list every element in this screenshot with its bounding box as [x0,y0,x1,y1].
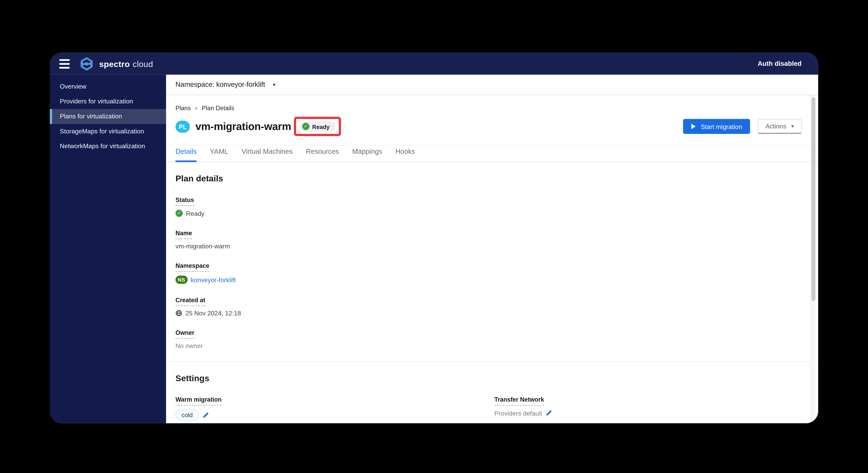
field-status: Status ✓ Ready [176,194,818,217]
pencil-icon [546,409,553,417]
field-label-owner: Owner [176,329,194,339]
tab-bar: Details YAML Virtual Machines Resources … [166,145,818,162]
tab-mappings[interactable]: Mappings [352,148,382,162]
status-badge-label: Ready [312,123,330,130]
breadcrumb-plans[interactable]: Plans [176,104,191,111]
tab-virtual-machines[interactable]: Virtual Machines [242,148,292,162]
field-label-status: Status [176,196,194,206]
main-content: Namespace: konveyor-forklift ▾ Plans › P… [166,74,818,423]
edit-transfer-network-button[interactable] [546,409,553,417]
status-value: Ready [186,210,205,217]
field-created-at: Created at 25 Nov 2024, 12:18 [176,294,818,317]
tab-hooks[interactable]: Hooks [396,148,415,162]
namespace-link[interactable]: konveyor-forklift [191,276,236,283]
sidebar: Overview Providers for virtualization Pl… [50,74,166,423]
status-badge: ✓ Ready [300,121,335,132]
topbar: spectro cloud Auth disabled [50,53,818,75]
tab-resources[interactable]: Resources [306,148,339,162]
section-divider [166,361,818,362]
vertical-scrollbar[interactable] [810,95,815,423]
page-content: Plans › Plan Details PL vm-migration-war… [166,95,818,423]
settings-grid: Warm migration cold Target namespace kon… [176,383,818,423]
brand-wordmark: spectro cloud [99,59,153,68]
annotation-highlight-box: ✓ Ready [294,117,341,136]
field-value-namespace: NS konveyor-forklift [176,276,818,284]
breadcrumb: Plans › Plan Details [176,104,818,112]
settings-heading: Settings [176,373,818,383]
edit-warm-migration-button[interactable] [202,411,209,419]
globe-icon [176,310,182,316]
check-circle-icon: ✓ [176,210,183,217]
namespace-selector-label: Namespace: konveyor-forklift [176,81,265,89]
field-value-name: vm-migration-warm [176,243,818,249]
page-header: PL vm-migration-warm ✓ Ready Start migra… [176,117,802,136]
auth-status-label: Auth disabled [757,60,802,68]
sidebar-item-networkmaps[interactable]: NetworkMaps for virtualization [50,139,166,154]
field-label-name: Name [176,230,192,239]
tab-yaml[interactable]: YAML [210,148,228,162]
scrollbar-thumb[interactable] [812,97,815,301]
start-migration-label: Start migration [701,123,742,130]
sidebar-item-overview[interactable]: Overview [50,79,166,94]
field-label-warm-migration: Warm migration [176,396,222,406]
warm-migration-chip: cold [176,409,199,420]
plan-details-heading: Plan details [176,174,818,184]
field-value-transfer-network: Providers default [494,409,818,417]
namespace-selector[interactable]: Namespace: konveyor-forklift ▾ [166,74,818,95]
brand-secondary: cloud [133,59,153,68]
hamburger-menu-button[interactable] [58,57,71,71]
spectro-cloud-logo-icon [79,56,94,71]
actions-label: Actions [765,123,786,129]
field-owner: Owner No owner [176,327,818,349]
hamburger-bar [59,67,70,68]
field-label-namespace: Namespace [176,262,209,272]
field-value-created-at: 25 Nov 2024, 12:18 [176,310,818,316]
play-icon [691,123,696,129]
field-transfer-network: Transfer Network Providers default [494,394,818,420]
created-at-value: 25 Nov 2024, 12:18 [185,310,241,316]
app-window: spectro cloud Auth disabled Overview Pro… [50,53,818,423]
brand-primary: spectro [99,59,130,68]
tab-details[interactable]: Details [176,148,197,162]
check-circle-icon: ✓ [302,123,309,130]
owner-value: No owner [176,342,203,349]
field-warm-migration: Warm migration cold [176,394,494,420]
field-value-owner: No owner [176,342,818,349]
actions-button[interactable]: Actions ▾ [758,119,802,134]
chevron-right-icon: › [195,104,197,112]
namespace-badge: NS [176,276,187,284]
sidebar-item-plans[interactable]: Plans for virtualization [50,109,166,124]
caret-down-icon: ▾ [792,123,794,129]
screen: spectro cloud Auth disabled Overview Pro… [0,0,868,473]
field-label-created-at: Created at [176,296,205,306]
sidebar-item-storagemaps[interactable]: StorageMaps for virtualization [50,124,166,139]
caret-down-icon: ▾ [273,82,276,87]
field-label-transfer-network: Transfer Network [494,396,544,406]
plan-type-badge: PL [176,120,190,133]
sidebar-item-providers[interactable]: Providers for virtualization [50,94,166,109]
hamburger-bar [59,59,70,61]
page-title: vm-migration-warm [195,120,291,133]
field-name: Name vm-migration-warm [176,227,818,250]
breadcrumb-plan-details: Plan Details [202,104,234,111]
transfer-network-value: Providers default [494,410,542,416]
field-value-status: ✓ Ready [176,210,818,217]
pencil-icon [202,411,209,419]
start-migration-button[interactable]: Start migration [683,119,750,134]
field-namespace: Namespace NS konveyor-forklift [176,260,818,284]
hamburger-bar [59,63,70,64]
field-value-warm-migration: cold [176,409,494,420]
name-value: vm-migration-warm [176,243,230,249]
